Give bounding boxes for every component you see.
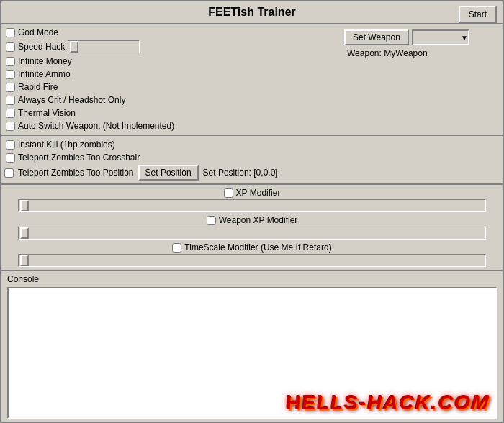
- middle-section: Instant Kill (1hp zombies) Teleport Zomb…: [1, 136, 503, 185]
- console-section: Console HELLS-HACK.COM: [1, 271, 503, 422]
- instant-kill-label: Instant Kill (1hp zombies): [18, 140, 115, 150]
- xp-slider-thumb[interactable]: [20, 200, 29, 212]
- infinite-ammo-label: Infinite Ammo: [18, 69, 71, 79]
- xp-label-row: XP Modifier: [224, 188, 281, 198]
- xp-modifier-slider[interactable]: [18, 199, 486, 212]
- top-section: God Mode Speed Hack Infinite Money Infin…: [1, 24, 503, 136]
- always-crit-checkbox[interactable]: [6, 96, 15, 105]
- weapon-dropdown-wrapper: ▼: [412, 29, 469, 45]
- position-row: Teleport Zombies Too Position Set Positi…: [4, 165, 500, 181]
- infinite-money-label: Infinite Money: [18, 56, 72, 66]
- infinite-ammo-checkbox[interactable]: [6, 70, 15, 79]
- god-mode-checkbox[interactable]: [6, 28, 15, 37]
- always-crit-row: Always Crit / Headshot Only: [4, 94, 341, 106]
- teleport-position-label: Teleport Zombies Too Position: [18, 168, 134, 178]
- speed-hack-slider-thumb[interactable]: [70, 41, 78, 53]
- left-panel: God Mode Speed Hack Infinite Money Infin…: [4, 27, 341, 132]
- thermal-vision-label: Thermal Vision: [18, 108, 76, 118]
- timescale-label-row: TimeScale Modifier (Use Me If Retard): [172, 242, 331, 253]
- set-weapon-button[interactable]: Set Weapon: [344, 29, 409, 45]
- window-title: FEETish Trainer: [208, 6, 296, 19]
- auto-switch-row: Auto Switch Weapon. (Not Implemented): [4, 120, 341, 132]
- weapon-row: Set Weapon ▼: [344, 29, 497, 45]
- xp-modifier-row: XP Modifier: [7, 188, 497, 212]
- god-mode-row: God Mode: [4, 27, 341, 38]
- infinite-money-row: Infinite Money: [4, 55, 341, 67]
- instant-kill-checkbox[interactable]: [6, 140, 15, 150]
- auto-switch-label: Auto Switch Weapon. (Not Implemented): [18, 121, 174, 131]
- timescale-checkbox[interactable]: [172, 243, 181, 253]
- weapon-xp-label-row: Weapon XP Modifier: [207, 215, 298, 225]
- teleport-crosshair-label: Teleport Zombies Too Crosshair: [18, 153, 140, 163]
- console-box[interactable]: HELLS-HACK.COM: [7, 287, 497, 419]
- teleport-crosshair-checkbox[interactable]: [6, 153, 15, 163]
- modifier-section: XP Modifier Weapon XP Modifier Tim: [1, 185, 503, 271]
- start-button[interactable]: Start: [459, 6, 497, 23]
- god-mode-label: God Mode: [18, 27, 58, 37]
- weapon-xp-checkbox[interactable]: [207, 216, 216, 225]
- weapon-xp-label: Weapon XP Modifier: [219, 215, 298, 225]
- main-content: God Mode Speed Hack Infinite Money Infin…: [1, 24, 503, 422]
- weapon-xp-modifier-row: Weapon XP Modifier: [7, 215, 497, 240]
- position-value-label: Set Position: [0,0,0]: [203, 168, 278, 178]
- timescale-slider-thumb[interactable]: [20, 255, 29, 266]
- speed-hack-row: Speed Hack: [4, 40, 341, 54]
- weapon-controls: Set Weapon ▼ Weapon: MyWeapon: [344, 29, 497, 58]
- console-label: Console: [7, 274, 497, 284]
- infinite-ammo-row: Infinite Ammo: [4, 68, 341, 80]
- speed-hack-label: Speed Hack: [18, 42, 65, 52]
- main-window: FEETish Trainer Start God Mode Speed Hac…: [0, 0, 504, 423]
- always-crit-label: Always Crit / Headshot Only: [18, 95, 125, 105]
- thermal-vision-checkbox[interactable]: [6, 109, 15, 118]
- timescale-label: TimeScale Modifier (Use Me If Retard): [184, 242, 331, 253]
- infinite-money-checkbox[interactable]: [6, 57, 15, 66]
- rapid-fire-row: Rapid Fire: [4, 81, 341, 93]
- xp-modifier-label: XP Modifier: [236, 188, 281, 198]
- teleport-position-checkbox[interactable]: [4, 168, 14, 178]
- thermal-vision-row: Thermal Vision: [4, 107, 341, 119]
- weapon-xp-slider[interactable]: [18, 227, 486, 240]
- weapon-xp-slider-thumb[interactable]: [20, 227, 29, 239]
- watermark-text: HELLS-HACK.COM: [284, 391, 491, 414]
- timescale-slider[interactable]: [18, 254, 486, 267]
- speed-hack-slider-track[interactable]: [68, 40, 140, 53]
- auto-switch-checkbox[interactable]: [6, 122, 15, 131]
- set-position-button[interactable]: Set Position: [138, 165, 199, 181]
- teleport-crosshair-row: Teleport Zombies Too Crosshair: [4, 152, 500, 163]
- timescale-modifier-row: TimeScale Modifier (Use Me If Retard): [7, 242, 497, 267]
- speed-hack-checkbox[interactable]: [6, 42, 15, 52]
- instant-kill-row: Instant Kill (1hp zombies): [4, 139, 500, 150]
- xp-modifier-checkbox[interactable]: [224, 188, 233, 198]
- right-panel: Set Weapon ▼ Weapon: MyWeapon: [341, 27, 500, 132]
- weapon-select[interactable]: [412, 29, 469, 45]
- title-bar: FEETish Trainer Start: [1, 1, 503, 24]
- weapon-name-label: Weapon: MyWeapon: [344, 48, 497, 58]
- rapid-fire-label: Rapid Fire: [18, 82, 58, 92]
- rapid-fire-checkbox[interactable]: [6, 83, 15, 92]
